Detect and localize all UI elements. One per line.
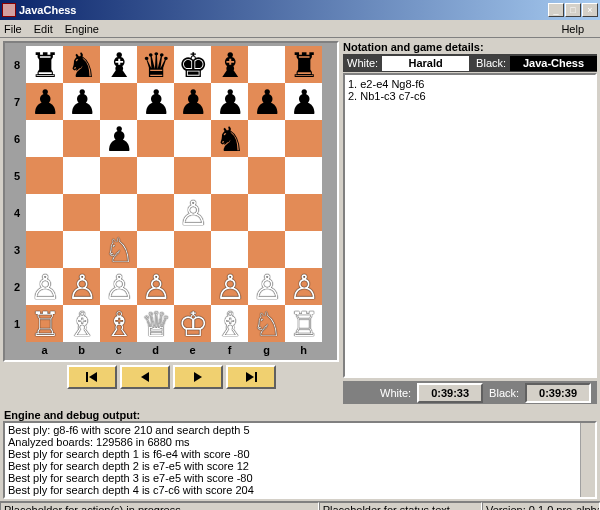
white-player-name: Harald xyxy=(382,56,469,71)
move-entry[interactable]: 2. Nb1-c3 c7-c6 xyxy=(348,90,592,102)
rank-label: 5 xyxy=(8,157,26,194)
square-h7[interactable]: ♟ xyxy=(285,83,322,120)
nav-prev-button[interactable] xyxy=(120,365,170,389)
square-e6[interactable] xyxy=(174,120,211,157)
square-g3[interactable] xyxy=(248,231,285,268)
square-b2[interactable]: ♙ xyxy=(63,268,100,305)
square-c4[interactable] xyxy=(100,194,137,231)
square-g6[interactable] xyxy=(248,120,285,157)
square-d1[interactable]: ♕ xyxy=(137,305,174,342)
square-g1[interactable]: ♘ xyxy=(248,305,285,342)
square-a3[interactable] xyxy=(26,231,63,268)
move-entry[interactable]: 1. e2-e4 Ng8-f6 xyxy=(348,78,592,90)
square-e3[interactable] xyxy=(174,231,211,268)
square-g7[interactable]: ♟ xyxy=(248,83,285,120)
square-c1[interactable]: ♗ xyxy=(100,305,137,342)
square-d5[interactable] xyxy=(137,157,174,194)
status-action: Placeholder for action(s) in progress xyxy=(0,502,319,510)
square-b8[interactable]: ♞ xyxy=(63,46,100,83)
square-b7[interactable]: ♟ xyxy=(63,83,100,120)
square-a4[interactable] xyxy=(26,194,63,231)
square-f8[interactable]: ♝ xyxy=(211,46,248,83)
svg-rect-5 xyxy=(255,372,257,382)
debug-line: Best ply: g8-f6 with score 210 and searc… xyxy=(8,424,592,436)
square-f7[interactable]: ♟ xyxy=(211,83,248,120)
menu-file[interactable]: File xyxy=(4,23,22,35)
debug-output[interactable]: Best ply: g8-f6 with score 210 and searc… xyxy=(3,421,597,499)
square-c7[interactable] xyxy=(100,83,137,120)
square-h6[interactable] xyxy=(285,120,322,157)
square-f2[interactable]: ♙ xyxy=(211,268,248,305)
square-f3[interactable] xyxy=(211,231,248,268)
square-g4[interactable] xyxy=(248,194,285,231)
square-g2[interactable]: ♙ xyxy=(248,268,285,305)
square-g8[interactable] xyxy=(248,46,285,83)
square-d7[interactable]: ♟ xyxy=(137,83,174,120)
square-b4[interactable] xyxy=(63,194,100,231)
app-icon xyxy=(2,3,16,17)
square-c3[interactable]: ♘ xyxy=(100,231,137,268)
square-e4[interactable]: ♙ xyxy=(174,194,211,231)
file-label: h xyxy=(285,342,322,357)
minimize-button[interactable]: _ xyxy=(548,3,564,17)
square-d3[interactable] xyxy=(137,231,174,268)
nav-first-button[interactable] xyxy=(67,365,117,389)
nav-button-row xyxy=(3,365,339,389)
square-h3[interactable] xyxy=(285,231,322,268)
square-d6[interactable] xyxy=(137,120,174,157)
square-f4[interactable] xyxy=(211,194,248,231)
square-d8[interactable]: ♛ xyxy=(137,46,174,83)
square-b5[interactable] xyxy=(63,157,100,194)
nav-last-button[interactable] xyxy=(226,365,276,389)
square-c6[interactable]: ♟ xyxy=(100,120,137,157)
close-button[interactable]: × xyxy=(582,3,598,17)
white-label: White: xyxy=(343,57,382,69)
maximize-button[interactable]: □ xyxy=(565,3,581,17)
square-b3[interactable] xyxy=(63,231,100,268)
square-b1[interactable]: ♗ xyxy=(63,305,100,342)
rank-label: 6 xyxy=(8,120,26,157)
square-e5[interactable] xyxy=(174,157,211,194)
square-b6[interactable] xyxy=(63,120,100,157)
clock-white-time: 0:39:33 xyxy=(417,383,483,403)
rank-label: 8 xyxy=(8,46,26,83)
square-f5[interactable] xyxy=(211,157,248,194)
square-d2[interactable]: ♙ xyxy=(137,268,174,305)
square-h5[interactable] xyxy=(285,157,322,194)
square-a1[interactable]: ♖ xyxy=(26,305,63,342)
scrollbar[interactable] xyxy=(580,423,595,497)
square-a8[interactable]: ♜ xyxy=(26,46,63,83)
square-a7[interactable]: ♟ xyxy=(26,83,63,120)
chessboard[interactable]: 8♜♞♝♛♚♝♜7♟♟♟♟♟♟♟6♟♞54♙3♘2♙♙♙♙♙♙♙1♖♗♗♕♔♗♘… xyxy=(8,46,334,357)
square-c2[interactable]: ♙ xyxy=(100,268,137,305)
debug-line: Best ply: c7-c6 with score 204 and searc… xyxy=(8,497,592,499)
square-f1[interactable]: ♗ xyxy=(211,305,248,342)
square-e8[interactable]: ♚ xyxy=(174,46,211,83)
square-d4[interactable] xyxy=(137,194,174,231)
menu-engine[interactable]: Engine xyxy=(65,23,99,35)
square-a2[interactable]: ♙ xyxy=(26,268,63,305)
square-c5[interactable] xyxy=(100,157,137,194)
square-g5[interactable] xyxy=(248,157,285,194)
square-c8[interactable]: ♝ xyxy=(100,46,137,83)
square-e2[interactable] xyxy=(174,268,211,305)
svg-marker-4 xyxy=(246,372,254,382)
square-a6[interactable] xyxy=(26,120,63,157)
square-h8[interactable]: ♜ xyxy=(285,46,322,83)
move-list[interactable]: 1. e2-e4 Ng8-f62. Nb1-c3 c7-c6 xyxy=(343,73,597,378)
rank-label: 3 xyxy=(8,231,26,268)
square-h2[interactable]: ♙ xyxy=(285,268,322,305)
square-e1[interactable]: ♔ xyxy=(174,305,211,342)
square-a5[interactable] xyxy=(26,157,63,194)
square-f6[interactable]: ♞ xyxy=(211,120,248,157)
menu-bar: File Edit Engine Help xyxy=(0,20,600,38)
nav-next-button[interactable] xyxy=(173,365,223,389)
square-e7[interactable]: ♟ xyxy=(174,83,211,120)
rank-label: 1 xyxy=(8,305,26,342)
clock-row: White: 0:39:33 Black: 0:39:39 xyxy=(343,381,597,404)
menu-help[interactable]: Help xyxy=(561,23,584,35)
square-h4[interactable] xyxy=(285,194,322,231)
square-h1[interactable]: ♖ xyxy=(285,305,322,342)
debug-line: Best ply for search depth 4 is c7-c6 wit… xyxy=(8,484,592,496)
menu-edit[interactable]: Edit xyxy=(34,23,53,35)
